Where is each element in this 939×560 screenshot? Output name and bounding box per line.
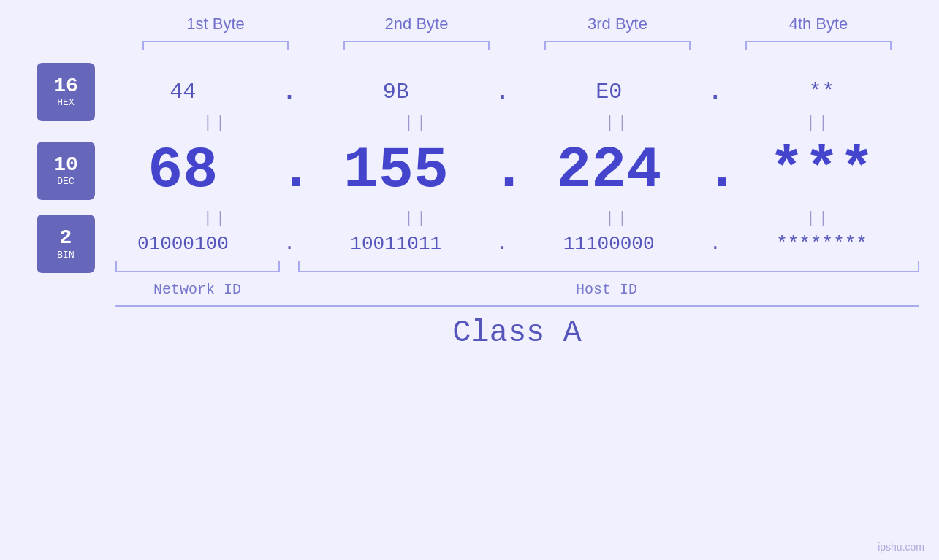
- dec-v2: 155: [316, 137, 476, 204]
- bin-badge: 2 BIN: [37, 215, 95, 273]
- bin-v2: 10011011: [316, 233, 476, 255]
- byte-header-4: 4th Byte: [738, 15, 899, 34]
- eq-2-1: ||: [135, 210, 296, 228]
- bracket-3: [544, 41, 691, 50]
- bin-v4: ********: [742, 233, 902, 255]
- byte-header-3: 3rd Byte: [537, 15, 698, 34]
- main-container: 1st Byte 2nd Byte 3rd Byte 4th Byte 16 H…: [0, 0, 939, 560]
- dec-badge-label: DEC: [57, 176, 74, 187]
- dec-dot-3: .: [704, 137, 726, 204]
- bin-badge-label: BIN: [57, 250, 74, 261]
- bracket-2: [343, 41, 490, 50]
- byte-headers: 1st Byte 2nd Byte 3rd Byte 4th Byte: [115, 15, 919, 34]
- eq-2-3: ||: [537, 210, 698, 228]
- hex-dot-1: .: [278, 75, 300, 108]
- bin-v3: 11100000: [528, 233, 689, 255]
- byte-header-2: 2nd Byte: [336, 15, 497, 34]
- hex-v1: 44: [102, 80, 263, 104]
- eq-1-3: ||: [537, 114, 698, 132]
- top-brackets: [115, 41, 919, 50]
- dec-v3: 224: [528, 137, 689, 204]
- hex-v3: E0: [528, 80, 689, 104]
- hex-badge: 16 HEX: [37, 63, 95, 121]
- equals-row-2: || || || ||: [115, 204, 919, 233]
- bracket-4: [745, 41, 892, 50]
- id-labels: Network ID Host ID: [115, 281, 919, 298]
- hex-badge-label: HEX: [57, 97, 74, 108]
- dec-v1: 68: [102, 137, 263, 204]
- bin-badge-number: 2: [60, 227, 72, 250]
- bin-dot-2: .: [491, 233, 513, 255]
- bin-values: 01000100 . 10011011 . 11100000 . *******…: [95, 233, 939, 255]
- byte-header-1: 1st Byte: [135, 15, 296, 34]
- hex-dot-2: .: [491, 75, 513, 108]
- dec-row: 10 DEC 68 . 155 . 224 . ***: [0, 137, 939, 204]
- watermark: ipshu.com: [878, 541, 924, 553]
- full-bottom-bracket: [115, 305, 919, 307]
- dec-badge: 10 DEC: [37, 142, 95, 200]
- hex-v2: 9B: [316, 80, 476, 104]
- equals-row-1: || || || ||: [115, 108, 919, 137]
- bin-dot-3: .: [704, 233, 726, 255]
- bin-v1: 01000100: [102, 233, 263, 255]
- bracket-1: [142, 41, 289, 50]
- hex-values: 44 . 9B . E0 . **: [95, 75, 939, 108]
- eq-2-4: ||: [738, 210, 899, 228]
- host-bracket: [298, 261, 919, 272]
- bin-dot-1: .: [278, 233, 300, 255]
- hex-v4: **: [742, 80, 902, 104]
- network-id-label: Network ID: [115, 281, 280, 298]
- eq-2-2: ||: [336, 210, 497, 228]
- dec-values: 68 . 155 . 224 . ***: [95, 137, 939, 204]
- bin-row: 2 BIN 01000100 . 10011011 . 11100000 . *…: [0, 233, 939, 255]
- host-id-label: Host ID: [302, 281, 919, 298]
- dec-badge-number: 10: [53, 154, 78, 177]
- eq-1-2: ||: [336, 114, 497, 132]
- dec-dot-2: .: [491, 137, 513, 204]
- network-bracket: [115, 261, 280, 272]
- eq-1-4: ||: [738, 114, 899, 132]
- eq-1-1: ||: [135, 114, 296, 132]
- hex-badge-number: 16: [53, 75, 78, 98]
- hex-dot-3: .: [704, 75, 726, 108]
- dec-v4: ***: [742, 137, 902, 204]
- dec-dot-1: .: [278, 137, 300, 204]
- hex-row: 16 HEX 44 . 9B . E0 . **: [0, 75, 939, 108]
- class-label: Class A: [115, 315, 919, 350]
